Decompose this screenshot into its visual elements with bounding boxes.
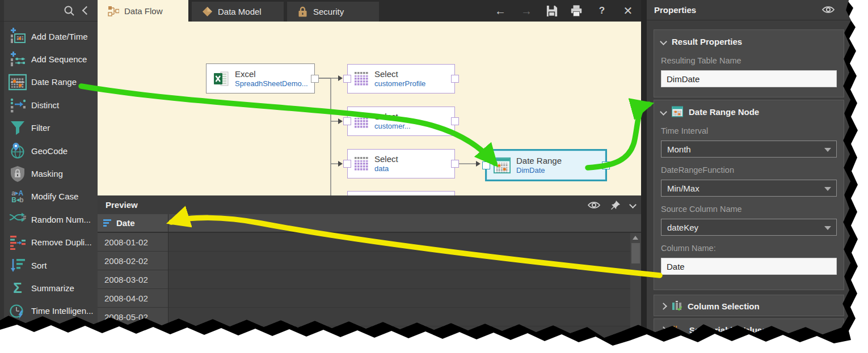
print-icon[interactable]: [570, 5, 583, 18]
sidebar-item-label: GeoCode: [31, 146, 68, 156]
sidebar-item-label: Summarize: [31, 283, 74, 293]
scroll-up-arrow[interactable]: [633, 236, 638, 240]
node-excel[interactable]: Excel SpreadhSheetDemo...: [206, 63, 315, 93]
search-icon[interactable]: [63, 5, 75, 17]
input-port[interactable]: [482, 161, 490, 169]
sidebar-item-remove-duplicates[interactable]: Remove Dupli...: [4, 231, 98, 254]
sidebar-item-label: Add Sequence: [31, 54, 87, 64]
chevron-right-icon: [660, 303, 667, 310]
date-range-icon: [672, 106, 683, 117]
tool-sidebar: Add Date/Time Add Sequence: [0, 0, 98, 347]
sidebar-item-add-sequence[interactable]: Add Sequence: [4, 48, 98, 70]
sidebar-item-masking[interactable]: Masking: [4, 162, 98, 185]
tab-security[interactable]: Security: [287, 2, 379, 22]
date-cell: 2008-01-02: [98, 233, 168, 251]
daterange-function-dropdown[interactable]: Min/Max: [661, 180, 837, 197]
help-icon[interactable]: ?: [595, 3, 609, 18]
security-lock-icon: [297, 6, 308, 18]
scroll-down-arrow[interactable]: [633, 339, 638, 343]
dropdown-value: dateKey: [667, 223, 698, 232]
table-row[interactable]: 2008-02-02: [98, 252, 641, 270]
section-header[interactable]: Result Properties: [661, 35, 837, 48]
sidebar-item-add-datetime[interactable]: Add Date/Time: [4, 25, 98, 48]
date-range-icon: [494, 157, 511, 174]
sidebar-item-sort[interactable]: Sort: [4, 254, 98, 277]
output-port[interactable]: [451, 160, 459, 168]
time-interval-dropdown[interactable]: Month: [661, 141, 837, 158]
horizontal-scrollbar[interactable]: [98, 346, 630, 353]
select-grid-icon: [355, 114, 369, 129]
sidebar-item-date-range[interactable]: Date Range: [4, 71, 98, 93]
sidebar-item-time-intelligence[interactable]: Time Intelligen...: [4, 300, 98, 322]
forward-button[interactable]: →: [519, 3, 534, 18]
sidebar-item-distinct[interactable]: Distinct: [4, 93, 98, 116]
collapse-preview-icon[interactable]: [629, 201, 637, 209]
dropdown-caret-icon: [824, 226, 831, 230]
sidebar-item-modify-case[interactable]: a▶A B◀b Modify Case: [4, 185, 98, 208]
sidebar-item-label: Masking: [31, 169, 63, 178]
output-port[interactable]: [311, 75, 319, 83]
node-select-data[interactable]: Select data: [347, 149, 455, 178]
table-row[interactable]: 2008-01-02: [98, 233, 641, 252]
node-title: Select: [374, 112, 411, 121]
sidebar-item-filter[interactable]: Filter: [4, 117, 98, 139]
eye-icon[interactable]: [821, 5, 835, 15]
scrollbar-thumb[interactable]: [99, 347, 263, 352]
sidebar-edge-strip: [0, 0, 4, 347]
dropdown-caret-icon: [824, 148, 831, 152]
date-cell: 2008-03-02: [98, 270, 168, 288]
section-header[interactable]: Column Selection: [661, 299, 837, 313]
table-row[interactable]: 2008-04-02: [98, 289, 641, 308]
resulting-table-name-input[interactable]: [661, 70, 837, 87]
section-title: Result Properties: [672, 37, 742, 46]
sidebar-item-label: Random Num...: [31, 215, 91, 224]
back-button[interactable]: ←: [493, 3, 508, 18]
save-icon[interactable]: [545, 5, 558, 18]
section-header[interactable]: Date Range Node: [661, 105, 837, 118]
output-port[interactable]: [451, 117, 459, 125]
geocode-icon: [4, 142, 31, 159]
input-port[interactable]: [343, 160, 351, 168]
summarize-icon: Σ: [4, 282, 31, 294]
eye-icon[interactable]: [587, 200, 601, 210]
node-select-customerprofile[interactable]: Select customerProfile: [347, 64, 455, 93]
node-subtitle: SpreadhSheetDemo...: [235, 79, 308, 88]
output-port[interactable]: [451, 75, 459, 83]
input-port[interactable]: [343, 117, 351, 125]
section-set-variable-values: #@ Set Variable Values: [654, 318, 844, 340]
sidebar-item-label: Date Range: [31, 77, 77, 87]
column-selection-icon: [672, 301, 682, 311]
table-row[interactable]: 2008-03-02: [98, 270, 641, 289]
data-flow-canvas[interactable]: Excel SpreadhSheetDemo... Select custome…: [98, 22, 641, 195]
output-port[interactable]: [602, 161, 610, 169]
node-title: Date Range: [516, 156, 562, 165]
input-port[interactable]: [343, 75, 351, 83]
masking-icon: [4, 165, 31, 182]
scrollbar-thumb[interactable]: [631, 243, 640, 263]
sidebar-item-label: Modify Case: [31, 192, 78, 201]
node-subtitle: customer...: [374, 121, 411, 131]
sidebar-item-geocode[interactable]: GeoCode: [4, 139, 98, 162]
remove-duplicates-icon: [4, 235, 31, 250]
date-cell: 2008-02-02: [98, 252, 168, 270]
sidebar-item-summarize[interactable]: Σ Summarize: [4, 277, 98, 299]
sidebar-item-label: Filter: [31, 123, 50, 133]
node-select-clipped[interactable]: [347, 191, 455, 195]
column-name-input[interactable]: [661, 258, 837, 275]
tab-label: Security: [313, 7, 344, 16]
sort-icon: [4, 258, 31, 273]
node-select-customer[interactable]: Select customer...: [347, 107, 455, 136]
node-date-range[interactable]: Date Range DimDate: [485, 149, 607, 181]
column-header-date[interactable]: Date: [98, 214, 168, 232]
chevron-down-icon: [660, 38, 667, 45]
field-label: Time Interval: [661, 126, 837, 135]
pin-icon[interactable]: [610, 200, 621, 210]
sidebar-item-list: Add Date/Time Add Sequence: [4, 25, 98, 345]
sidebar-item-random-number[interactable]: # Random Num...: [4, 208, 98, 231]
collapse-sidebar-icon[interactable]: [82, 6, 91, 15]
source-column-dropdown[interactable]: dateKey: [661, 219, 837, 236]
app-window: Add Date/Time Add Sequence: [0, 0, 858, 347]
tab-data-model[interactable]: Data Model: [192, 2, 284, 22]
tab-data-flow[interactable]: Data Flow: [98, 0, 188, 22]
close-icon[interactable]: ✕: [621, 3, 635, 18]
